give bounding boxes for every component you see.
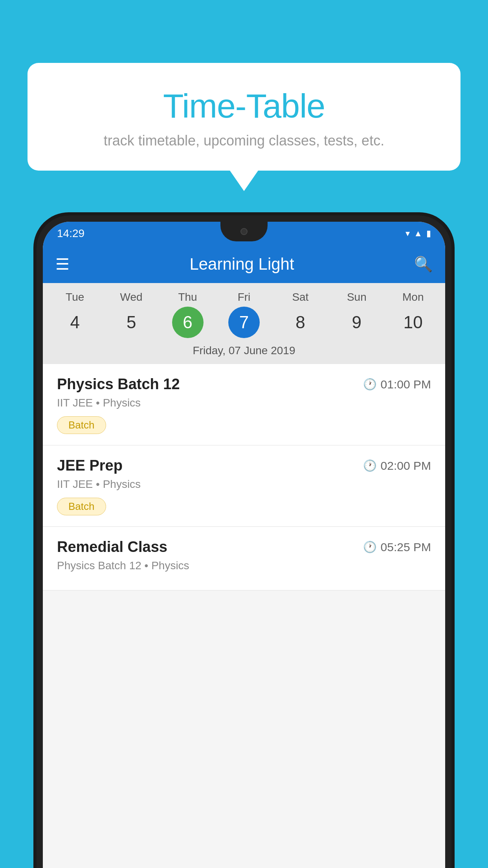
day-number: 9 <box>341 307 372 338</box>
event-name: JEE Prep <box>57 457 123 474</box>
event-time: 🕐 05:25 PM <box>363 541 431 554</box>
day-name: Mon <box>402 291 424 303</box>
day-name: Sat <box>292 291 308 303</box>
event-item[interactable]: Remedial Class🕐 05:25 PMPhysics Batch 12… <box>43 527 445 590</box>
event-time: 🕐 01:00 PM <box>363 378 431 391</box>
camera-dot <box>240 228 248 235</box>
app-title: Learning Light <box>81 255 403 274</box>
day-name: Thu <box>178 291 197 303</box>
bubble-title: Time-Table <box>43 86 445 125</box>
batch-badge: Batch <box>57 416 106 434</box>
days-row: Tue4Wed5Thu6Fri7Sat8Sun9Mon10 <box>43 291 445 338</box>
event-header: Remedial Class🕐 05:25 PM <box>57 539 431 555</box>
event-item[interactable]: JEE Prep🕐 02:00 PMIIT JEE • PhysicsBatch <box>43 445 445 527</box>
day-col[interactable]: Wed5 <box>116 291 147 338</box>
clock-icon: 🕐 <box>363 378 377 391</box>
day-number: 5 <box>116 307 147 338</box>
calendar-strip: Tue4Wed5Thu6Fri7Sat8Sun9Mon10 Friday, 07… <box>43 283 445 364</box>
event-time: 🕐 02:00 PM <box>363 459 431 473</box>
phone-inner: 14:29 ▾ ▲ ▮ ☰ Learning Light 🔍 Tue4Wed5T… <box>37 215 451 868</box>
day-number: 7 <box>228 307 260 338</box>
day-number: 6 <box>172 307 204 338</box>
clock-icon: 🕐 <box>363 541 377 554</box>
day-col[interactable]: Sat8 <box>284 291 316 338</box>
day-name: Wed <box>120 291 143 303</box>
clock-icon: 🕐 <box>363 459 377 472</box>
bubble-subtitle: track timetable, upcoming classes, tests… <box>43 132 445 149</box>
day-col[interactable]: Tue4 <box>59 291 91 338</box>
wifi-icon: ▾ <box>405 228 410 239</box>
day-col[interactable]: Thu6 <box>172 291 204 338</box>
status-time: 14:29 <box>57 227 84 240</box>
day-name: Sun <box>347 291 367 303</box>
status-icons: ▾ ▲ ▮ <box>405 228 431 239</box>
day-col[interactable]: Mon10 <box>397 291 429 338</box>
event-list: Physics Batch 12🕐 01:00 PMIIT JEE • Phys… <box>43 364 445 590</box>
hamburger-icon[interactable]: ☰ <box>55 256 70 272</box>
event-header: Physics Batch 12🕐 01:00 PM <box>57 376 431 393</box>
day-col[interactable]: Sun9 <box>341 291 372 338</box>
day-number: 8 <box>284 307 316 338</box>
signal-icon: ▲ <box>414 228 422 239</box>
app-bar: ☰ Learning Light 🔍 <box>43 245 445 283</box>
event-header: JEE Prep🕐 02:00 PM <box>57 457 431 474</box>
speech-bubble: Time-Table track timetable, upcoming cla… <box>28 63 460 171</box>
batch-badge: Batch <box>57 498 106 515</box>
day-col[interactable]: Fri7 <box>228 291 260 338</box>
selected-date-label: Friday, 07 June 2019 <box>43 338 445 364</box>
day-name: Tue <box>66 291 84 303</box>
event-item[interactable]: Physics Batch 12🕐 01:00 PMIIT JEE • Phys… <box>43 364 445 445</box>
day-number: 4 <box>59 307 91 338</box>
phone-screen: 14:29 ▾ ▲ ▮ ☰ Learning Light 🔍 Tue4Wed5T… <box>43 222 445 868</box>
event-name: Physics Batch 12 <box>57 376 180 393</box>
event-subtitle: IIT JEE • Physics <box>57 397 431 409</box>
speech-bubble-container: Time-Table track timetable, upcoming cla… <box>28 63 460 171</box>
notch <box>220 222 268 241</box>
phone-mockup: 14:29 ▾ ▲ ▮ ☰ Learning Light 🔍 Tue4Wed5T… <box>33 212 455 868</box>
day-name: Fri <box>238 291 251 303</box>
event-name: Remedial Class <box>57 539 167 555</box>
status-bar: 14:29 ▾ ▲ ▮ <box>43 222 445 245</box>
event-subtitle: Physics Batch 12 • Physics <box>57 559 431 572</box>
event-subtitle: IIT JEE • Physics <box>57 478 431 491</box>
search-icon[interactable]: 🔍 <box>414 256 433 273</box>
day-number: 10 <box>397 307 429 338</box>
battery-icon: ▮ <box>426 228 431 239</box>
